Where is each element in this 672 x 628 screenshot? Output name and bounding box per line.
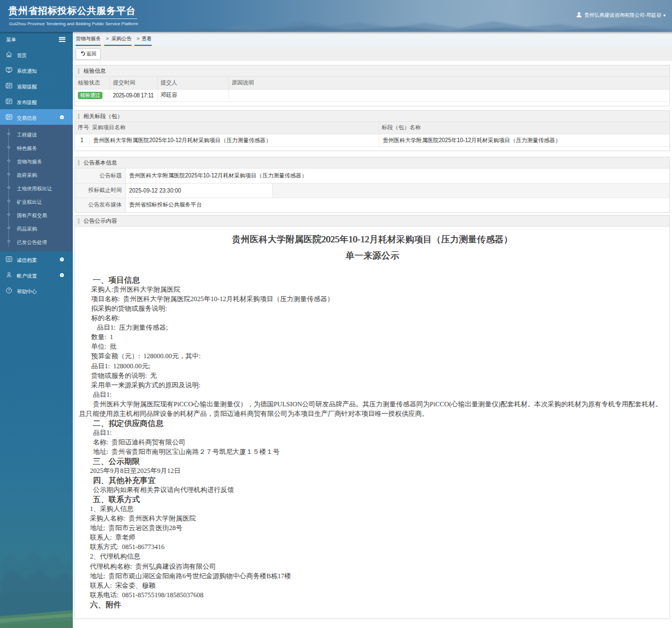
svg-text:?: ? [8, 288, 10, 292]
